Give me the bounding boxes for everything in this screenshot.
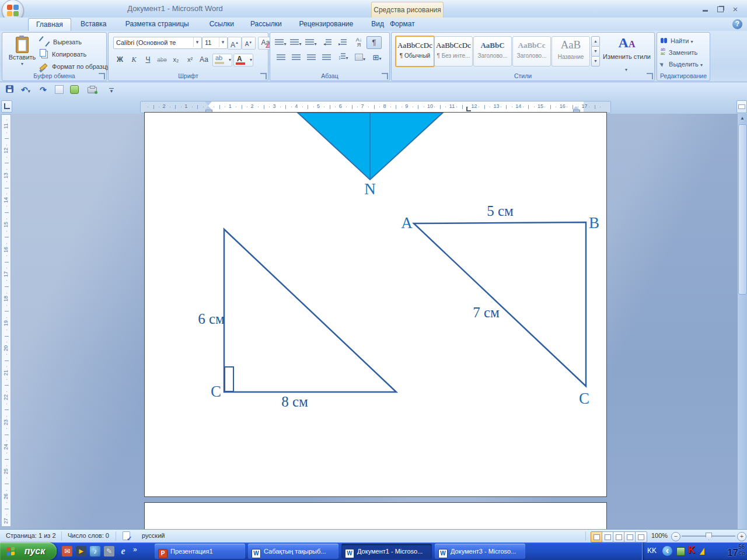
change-case-button[interactable]: Аа — [197, 54, 211, 66]
sort-button[interactable]: А↓ Я — [351, 36, 366, 50]
increase-indent-button[interactable]: ▸ — [335, 36, 350, 49]
highlight-button[interactable]: ab ▾ — [212, 54, 232, 66]
taskbar-button-3[interactable]: WДокумент1 - Microso... — [341, 544, 432, 559]
font-size-combo[interactable]: 11 ▾ — [202, 37, 228, 49]
shrink-font-button[interactable]: А▼ — [242, 37, 256, 50]
tab-selector[interactable] — [1, 100, 12, 113]
label-5cm[interactable]: 5 см — [487, 203, 514, 219]
scrollbar-thumb[interactable] — [738, 124, 747, 295]
find-button[interactable]: Найти ▾ — [661, 36, 693, 46]
fullscreen-view-button[interactable] — [602, 531, 614, 542]
bold-button[interactable]: Ж — [113, 54, 127, 66]
select-button[interactable]: Выделить ▾ — [661, 59, 703, 69]
undo-button[interactable]: ↶▾ — [21, 85, 32, 96]
paragraph-dialog-launcher[interactable] — [382, 73, 388, 79]
qat-customize-button[interactable]: ▾ — [106, 85, 117, 96]
tab-1[interactable]: Главная — [28, 18, 71, 31]
tray-warning-icon[interactable] — [700, 548, 704, 555]
decrease-indent-button[interactable]: ◂ — [320, 36, 335, 49]
zoom-slider-handle[interactable] — [706, 533, 712, 540]
taskbar-button-4[interactable]: WДокумент3 - Microso... — [435, 544, 525, 559]
label-a[interactable]: А — [401, 214, 413, 232]
word-count[interactable]: Число слов: 0 — [68, 532, 109, 539]
numbering-button[interactable]: ▾ — [288, 36, 303, 49]
document-page-2[interactable] — [144, 502, 607, 530]
multilevel-list-button[interactable]: ▾ — [303, 36, 319, 49]
style-card-4[interactable]: AaBbCcЗаголово... — [512, 36, 551, 66]
bullets-button[interactable]: ▾ — [273, 36, 288, 49]
ie-icon[interactable]: e — [118, 546, 128, 556]
strikethrough-button[interactable]: abe — [155, 54, 169, 66]
label-6cm[interactable]: 6 см — [198, 311, 225, 327]
tab-4[interactable]: Ссылки — [202, 18, 242, 30]
clipboard-dialog-launcher[interactable] — [99, 73, 105, 79]
spellcheck-icon[interactable]: ✓ — [123, 531, 137, 542]
font-color-button[interactable]: А ▾ — [233, 54, 253, 66]
close-button[interactable]: × — [729, 5, 741, 13]
font-name-dropdown[interactable]: ▾ — [193, 37, 201, 47]
save-button[interactable] — [6, 85, 16, 96]
font-size-dropdown[interactable]: ▾ — [219, 37, 226, 47]
hide-icons-chevron[interactable]: ‹ — [662, 546, 672, 556]
replace-button[interactable]: abac Заменить — [661, 47, 697, 58]
language-badge[interactable]: KK — [647, 547, 657, 555]
style-card-2[interactable]: AaBbCcDc¶ Без инте... — [434, 36, 473, 66]
media-icon[interactable]: ▶ — [76, 546, 86, 556]
zoom-in-button[interactable]: + — [737, 532, 746, 541]
label-c-right[interactable]: С — [579, 390, 589, 407]
align-left-button[interactable] — [273, 51, 288, 64]
font-dialog-launcher[interactable] — [260, 73, 267, 79]
first-line-indent-marker[interactable] — [205, 102, 212, 106]
change-styles-button[interactable]: АА Изменить стили ▾ — [603, 35, 651, 70]
styles-dialog-launcher[interactable] — [647, 73, 653, 79]
show-marks-button[interactable]: ¶ — [366, 36, 382, 49]
tools-icon[interactable]: ✎ — [104, 546, 114, 556]
player-icon[interactable]: ♪ — [90, 546, 100, 556]
borders-button[interactable]: ⊞▾ — [369, 51, 385, 64]
copy-button[interactable]: Копировать — [40, 49, 86, 60]
document-page[interactable]: N 6 см С 8 см А В С 5 см 7 см — [144, 112, 607, 497]
vertical-ruler[interactable]: 1112131415161718192021222324252627 — [1, 114, 11, 527]
taskbar-clock[interactable]: 1756Ср — [727, 544, 745, 556]
mail-icon[interactable]: ✉ — [62, 546, 72, 556]
tab-6[interactable]: Рецензирование — [292, 18, 361, 30]
justify-button[interactable] — [319, 51, 334, 64]
italic-button[interactable]: K — [127, 54, 141, 66]
align-right-button[interactable] — [303, 51, 319, 64]
style-card-3[interactable]: AaBbCЗаголово... — [473, 36, 512, 66]
ruler-toggle-button[interactable] — [736, 100, 747, 113]
minimize-button[interactable] — [699, 5, 711, 13]
grow-font-button[interactable]: А▲ — [228, 37, 242, 50]
start-button[interactable]: пуск — [0, 542, 57, 560]
page-indicator[interactable]: Страница: 1 из 2 — [6, 532, 56, 539]
styles-more-button[interactable]: ▼ — [591, 56, 600, 66]
cut-button[interactable]: Вырезать — [40, 37, 82, 47]
outline-view-button[interactable] — [624, 531, 636, 542]
print-button[interactable] — [88, 85, 98, 96]
quick-launch-more-chevron[interactable]: » — [133, 545, 137, 554]
scroll-up-arrow[interactable]: ▲ — [738, 114, 747, 123]
tray-device-icon[interactable] — [676, 547, 685, 556]
styles-scroll-up[interactable]: ▲ — [591, 36, 600, 47]
left-triangle-shape[interactable] — [224, 229, 396, 392]
zoom-level[interactable]: 100% — [651, 532, 668, 539]
label-b[interactable]: В — [589, 214, 599, 232]
tab-format[interactable]: Формат — [382, 18, 423, 30]
quick-edit-icon[interactable] — [55, 85, 65, 96]
label-8cm[interactable]: 8 см — [281, 394, 308, 410]
tab-5[interactable]: Рассылки — [243, 18, 289, 30]
line-spacing-button[interactable]: ↕▾ — [336, 51, 351, 64]
tab-stop-marker[interactable] — [466, 107, 471, 111]
styles-scroll-down[interactable]: ▼ — [591, 46, 600, 57]
print-layout-view-button[interactable] — [591, 531, 603, 542]
vertical-scrollbar[interactable]: ▲ — [738, 114, 747, 529]
style-card-5[interactable]: АаВНазвание — [551, 36, 590, 66]
subscript-button[interactable]: x₂ — [169, 54, 183, 66]
shading-button[interactable]: ▾ — [352, 51, 368, 64]
zoom-out-button[interactable]: − — [671, 532, 680, 541]
label-n[interactable]: N — [364, 180, 376, 198]
right-triangle-shape[interactable] — [414, 222, 586, 386]
align-center-button[interactable] — [288, 51, 303, 64]
draft-view-button[interactable] — [635, 531, 647, 542]
language-indicator[interactable]: русский — [142, 532, 165, 539]
